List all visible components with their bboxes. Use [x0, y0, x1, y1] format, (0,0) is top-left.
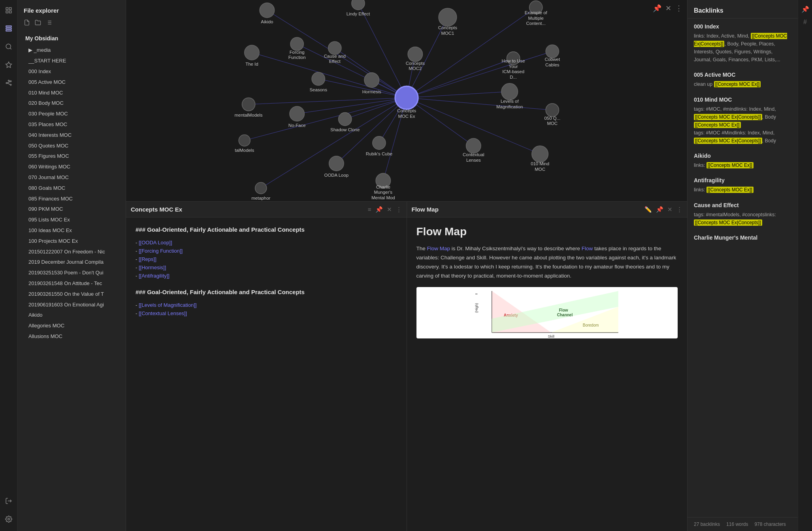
graph-node[interactable]: CharlieMunger'sMental Mod — [371, 173, 395, 200]
sidebar-item[interactable]: 035 Places MOC — [17, 119, 126, 130]
backlink-highlight[interactable]: [[Concepts MOC Ex]] — [706, 162, 754, 168]
sidebar-item[interactable]: 095 Lists MOC Ex — [17, 215, 126, 225]
pin-icon-bar[interactable]: 📌 — [801, 6, 809, 13]
icon-search[interactable] — [2, 40, 15, 53]
svg-text:010 Mind: 010 Mind — [531, 161, 549, 166]
flow-map-link[interactable]: Flow Map — [427, 246, 450, 251]
close-icon-left[interactable]: ✕ — [387, 206, 392, 213]
sidebar-item[interactable]: 010 Mind MOC — [17, 88, 126, 98]
sidebar-item[interactable]: 085 Finances MOC — [17, 194, 126, 204]
close-icon[interactable]: ✕ — [665, 4, 671, 13]
sidebar-item[interactable]: 201903261548 On Attitude - Tec — [17, 278, 126, 289]
backlink-highlight[interactable]: [[Concepts MOC Ex|Concepts]] — [694, 138, 762, 144]
new-folder-icon[interactable] — [35, 19, 41, 27]
svg-rect-2 — [9, 11, 11, 13]
graph-node[interactable]: ConceptsMOC Ex — [395, 86, 418, 118]
graph-node[interactable]: 050 Q...MOC — [544, 104, 560, 126]
sidebar-item[interactable]: __START HERE — [17, 56, 126, 66]
concept-link[interactable]: [[Hormesis]] — [139, 265, 166, 270]
panel-right-header: Flow Map ✏️ 📌 ✕ ⋮ — [407, 202, 688, 217]
graph-node[interactable]: Hormesis — [362, 73, 381, 94]
more-icon[interactable]: ⋮ — [675, 4, 682, 13]
sidebar-item[interactable]: 201903261550 On the Value of T — [17, 289, 126, 300]
graph-node[interactable]: CobwetCables — [544, 45, 560, 67]
graph-node[interactable]: ConceptsMOC1 — [438, 8, 457, 36]
sidebar-item[interactable]: 055 Figures MOC — [17, 151, 126, 162]
concept-link[interactable]: [[Contextual Lenses]] — [139, 310, 187, 316]
reading-mode-icon[interactable]: ≡ — [368, 206, 371, 213]
sidebar-item[interactable]: 100 Projects MOC Ex — [17, 236, 126, 247]
sidebar-item[interactable]: 2019 December Journal Compila — [17, 257, 126, 268]
icon-explorer[interactable] — [2, 22, 15, 35]
flow-link[interactable]: Flow — [582, 246, 593, 251]
graph-node[interactable]: ContextualLenses — [463, 138, 484, 163]
graph-node[interactable]: Seasons — [309, 72, 327, 92]
concept-link[interactable]: [[Forcing Function]] — [139, 248, 183, 254]
more-icon-left[interactable]: ⋮ — [396, 206, 402, 213]
sidebar-item[interactable]: ▶ _media — [17, 45, 126, 56]
sidebar-item[interactable]: 100 Ideas MOC Ex — [17, 225, 126, 236]
concept-link[interactable]: [[Reps]] — [139, 256, 156, 262]
graph-node[interactable]: Rubik's Cube — [366, 136, 392, 156]
graph-node[interactable]: The Id — [245, 45, 259, 66]
edit-icon[interactable]: ✏️ — [644, 206, 652, 213]
graph-node[interactable]: talModels — [235, 135, 254, 153]
sidebar-item[interactable]: 201906191603 On Emotional Agi — [17, 300, 126, 310]
icon-star[interactable] — [2, 59, 15, 71]
backlink-highlight[interactable]: [[Concepts MOC Ex|Concepts]] — [694, 33, 787, 47]
pin-icon-right[interactable]: 📌 — [656, 206, 663, 213]
svg-point-108 — [546, 104, 559, 117]
sidebar-item[interactable]: 040 Interests MOC — [17, 130, 126, 141]
sidebar-item[interactable]: Allegories MOC — [17, 321, 126, 331]
sidebar-item[interactable]: Aikido — [17, 310, 126, 321]
sidebar-item[interactable]: 070 Journal MOC — [17, 172, 126, 183]
svg-point-57 — [290, 38, 303, 51]
graph-view[interactable]: 📌 ✕ ⋮ ConceptsMOC ExConceptsMOC1Concepts… — [126, 0, 687, 202]
graph-node[interactable]: Example ofMultipleContent... — [525, 1, 548, 26]
graph-node[interactable]: 010 MindMOC — [531, 146, 549, 172]
sidebar-item[interactable]: 005 Active MOC — [17, 77, 126, 88]
sidebar-item[interactable]: 030 People MOC — [17, 109, 126, 119]
graph-node[interactable]: ForcingFunction — [288, 38, 306, 60]
graph-node[interactable]: Lindy Effect — [347, 0, 370, 16]
concept-link[interactable]: [[Antifragility]] — [139, 273, 170, 279]
backlink-highlight[interactable]: [[Concepts MOC Ex|Concepts]] — [694, 219, 762, 226]
graph-node[interactable]: metaphor — [251, 182, 270, 200]
new-file-icon[interactable] — [24, 19, 30, 27]
sidebar-item[interactable]: 020 Body MOC — [17, 98, 126, 109]
pin-icon[interactable]: 📌 — [653, 4, 661, 13]
graph-node[interactable]: How to UseYourICM-basedD... — [502, 52, 525, 79]
sidebar-item[interactable]: 000 Index — [17, 66, 126, 77]
sidebar-item[interactable]: 201501222007 On Freedom - Nic — [17, 247, 126, 257]
svg-text:mentalModels: mentalModels — [235, 113, 263, 117]
graph-node[interactable]: OODA Loop — [324, 156, 349, 178]
more-icon-right[interactable]: ⋮ — [676, 206, 682, 213]
sidebar-item[interactable]: 050 Quotes MOC — [17, 141, 126, 151]
graph-node[interactable]: Aikido — [260, 3, 274, 24]
graph-node[interactable]: Levels ofMagnification — [496, 83, 523, 109]
graph-node[interactable]: No-Face — [288, 106, 306, 128]
sidebar-item[interactable]: 080 Goals MOC — [17, 183, 126, 194]
sidebar-item[interactable]: 201903251530 Poem - Don't Qui — [17, 268, 126, 278]
concept-link[interactable]: [[Levels of Magnification]] — [139, 302, 197, 308]
backlink-highlight[interactable]: [[Concepts MOC Ex]] — [714, 81, 761, 87]
icon-graph[interactable] — [2, 77, 15, 89]
root-folder[interactable]: My Obsidian — [17, 33, 126, 45]
svg-text:Flow: Flow — [559, 308, 568, 312]
icon-files[interactable] — [2, 4, 15, 17]
sidebar-item[interactable]: Allusions MOC — [17, 331, 126, 342]
sidebar-item[interactable]: 060 Writings MOC — [17, 162, 126, 172]
hash-icon-bar[interactable]: # — [803, 19, 807, 26]
close-icon-right[interactable]: ✕ — [667, 206, 673, 213]
backlink-highlight[interactable]: [[Concepts MOC Ex]] — [706, 187, 754, 193]
pin-icon-left[interactable]: 📌 — [375, 206, 383, 213]
concept-link[interactable]: [[OODA Loop]] — [139, 240, 172, 246]
icon-settings[interactable] — [2, 513, 15, 525]
graph-node[interactable]: mentalModels — [235, 98, 263, 117]
sort-icon[interactable] — [46, 19, 52, 27]
graph-node[interactable]: Cause andEffect — [324, 42, 346, 64]
icon-import[interactable] — [2, 495, 15, 507]
sidebar-item[interactable]: 090 PKM MOC — [17, 204, 126, 215]
backlink-highlight[interactable]: [[Concepts MOC Ex|Concepts]] — [694, 114, 762, 120]
backlink-highlight[interactable]: [[Concepts MOC Ex]] — [694, 122, 741, 128]
